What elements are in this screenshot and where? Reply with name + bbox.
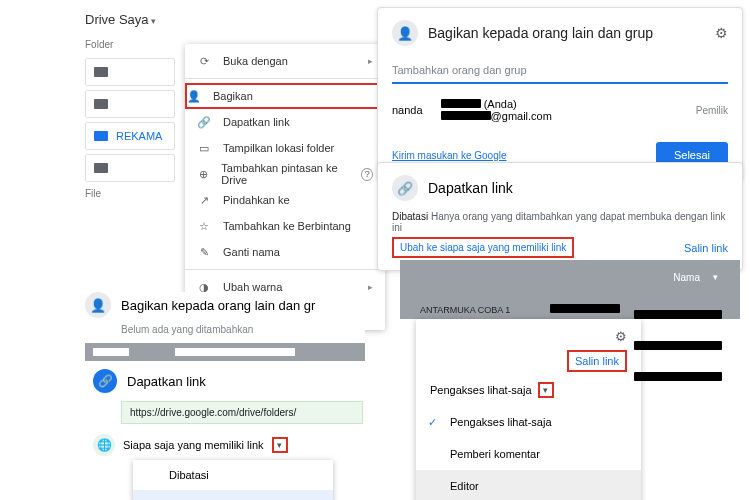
rename-icon: ✎ — [197, 245, 211, 259]
folder-location-icon: ▭ — [197, 141, 211, 155]
feedback-link[interactable]: Kirim masukan ke Google — [392, 150, 507, 161]
share-dialog-small: 👤 Bagikan kepada orang lain dan gr Belum… — [85, 292, 365, 500]
share-title: Bagikan kepada orang lain dan gr — [121, 298, 315, 313]
permission-commenter[interactable]: Pemberi komentar — [416, 438, 641, 470]
shortcut-icon: ⊕ — [197, 167, 209, 181]
ctx-show-location[interactable]: ▭Tampilkan lokasi folder — [185, 135, 385, 161]
folder-icon — [94, 163, 108, 173]
globe-icon: 🌐 — [93, 434, 115, 456]
share-title: Bagikan kepada orang lain dan grup — [428, 25, 705, 41]
ctx-label: Pindahkan ke — [223, 194, 290, 206]
folder-row-selected[interactable]: REKAMA — [85, 122, 175, 150]
separator — [185, 269, 385, 270]
get-link-header: 🔗 Dapatkan link — [392, 175, 728, 201]
context-menu: ⟳Buka dengan▸ 👤Bagikan 🔗Dapatkan link ▭T… — [185, 44, 385, 330]
share-dialog-header: 👤 Bagikan kepada orang lain dan grup ⚙ — [378, 8, 742, 58]
share-people-icon: 👤 — [392, 20, 418, 46]
redacted — [93, 348, 129, 356]
access-dropdown-menu: Dibatasi ✓Siapa saja yang memiliki link — [133, 460, 333, 500]
side-redactions — [634, 310, 722, 403]
link-icon: 🔗 — [392, 175, 418, 201]
permission-card: ⚙ Salin link Pengakses lihat-saja ▾ Peng… — [416, 319, 641, 500]
ctx-open-with[interactable]: ⟳Buka dengan▸ — [185, 48, 385, 74]
permission-panel: Nama ▾ ANTARMUKA COBA 1 ⚙ Salin link Pen… — [400, 260, 740, 500]
open-with-icon: ⟳ — [197, 54, 211, 68]
share-people-icon: 👤 — [85, 292, 111, 318]
redacted — [634, 310, 722, 319]
ctx-label: Tambahkan ke Berbintang — [223, 220, 351, 232]
ctx-label: Bagikan — [213, 90, 253, 102]
ctx-rename[interactable]: ✎Ganti nama — [185, 239, 385, 265]
link-icon: 🔗 — [93, 369, 117, 393]
share-url[interactable]: https://drive.google.com/drive/folders/ — [121, 401, 363, 424]
help-icon[interactable]: ? — [361, 168, 373, 181]
folder-icon — [94, 99, 108, 109]
redacted — [634, 341, 722, 350]
ctx-add-shortcut[interactable]: ⊕Tambahkan pintasan ke Drive? — [185, 161, 385, 187]
share-icon: 👤 — [187, 89, 201, 103]
access-option-restricted[interactable]: Dibatasi — [133, 460, 333, 490]
ctx-star[interactable]: ☆Tambahkan ke Berbintang — [185, 213, 385, 239]
change-access-link[interactable]: Ubah ke siapa saja yang memiliki link — [392, 237, 574, 258]
permission-viewer[interactable]: Pengakses lihat-saja — [416, 406, 641, 438]
redacted — [634, 372, 722, 381]
folder-icon — [94, 131, 108, 141]
gear-icon[interactable]: ⚙ — [615, 329, 627, 344]
redacted — [175, 348, 295, 356]
access-level-text: Siapa saja yang memiliki link — [123, 439, 264, 451]
folder-icon — [94, 67, 108, 77]
permission-top: ⚙ — [416, 319, 641, 350]
permission-label: Pengakses lihat-saja — [430, 384, 532, 396]
share-header: 👤 Bagikan kepada orang lain dan gr — [85, 292, 365, 318]
folder-name: REKAMA — [116, 130, 162, 142]
no-people-text: Belum ada yang ditambahkan — [121, 324, 365, 335]
folder-row[interactable] — [85, 90, 175, 118]
star-icon: ☆ — [197, 219, 211, 233]
gear-icon[interactable]: ⚙ — [715, 25, 728, 41]
access-option-anyone[interactable]: ✓Siapa saja yang memiliki link — [133, 490, 333, 500]
get-link-actions: Ubah ke siapa saja yang memiliki link Sa… — [392, 237, 728, 258]
ctx-label: Ganti nama — [223, 246, 280, 258]
permission-selector[interactable]: Pengakses lihat-saja ▾ — [416, 378, 641, 406]
option-label: Dibatasi — [169, 469, 209, 481]
ctx-share[interactable]: 👤Bagikan — [185, 83, 385, 109]
add-people-input[interactable]: Tambahkan orang dan grup — [392, 58, 728, 84]
ctx-label: Dapatkan link — [223, 116, 290, 128]
ctx-get-link[interactable]: 🔗Dapatkan link — [185, 109, 385, 135]
link-icon: 🔗 — [197, 115, 211, 129]
ctx-move[interactable]: ↗Pindahkan ke — [185, 187, 385, 213]
caret-down-icon: ▾ — [713, 272, 718, 282]
get-link-title: Dapatkan link — [127, 374, 206, 389]
you-label: (Anda) — [484, 98, 517, 110]
chevron-right-icon: ▸ — [368, 282, 373, 292]
separator — [185, 78, 385, 79]
drive-title[interactable]: Drive Saya — [85, 12, 375, 27]
folder-row[interactable] — [85, 58, 175, 86]
user-email: @gmail.com — [491, 110, 552, 122]
redacted — [441, 111, 491, 120]
gray-decoration — [85, 343, 365, 361]
get-link-header: 🔗 Dapatkan link — [93, 369, 365, 393]
permission-dropdown-icon[interactable]: ▾ — [538, 382, 554, 398]
ctx-label: Tampilkan lokasi folder — [223, 142, 334, 154]
get-link-card: 🔗 Dapatkan link Dibatasi Hanya orang yan… — [377, 162, 743, 271]
folder-row[interactable] — [85, 154, 175, 182]
get-link-title: Dapatkan link — [428, 180, 513, 196]
user-name: nanda — [392, 104, 423, 116]
access-dropdown-icon[interactable]: ▾ — [272, 437, 288, 453]
share-dialog: 👤 Bagikan kepada orang lain dan grup ⚙ T… — [377, 7, 743, 181]
chevron-right-icon: ▸ — [368, 56, 373, 66]
gray-header: Nama ▾ — [400, 260, 740, 300]
ctx-label: Tambahkan pintasan ke Drive — [221, 162, 349, 186]
access-level-row: 🌐 Siapa saja yang memiliki link ▾ — [93, 434, 365, 456]
share-user-row: nanda (Anda) @gmail.com Pemilik — [378, 94, 742, 132]
name-column-header: Nama — [673, 272, 700, 283]
move-icon: ↗ — [197, 193, 211, 207]
restricted-text: Dibatasi Hanya orang yang ditambahkan ya… — [392, 211, 728, 233]
owner-label: Pemilik — [696, 105, 728, 116]
redacted — [441, 99, 481, 108]
ctx-label: Buka dengan — [223, 55, 288, 67]
copy-link-button[interactable]: Salin link — [684, 242, 728, 254]
permission-editor[interactable]: Editor — [416, 470, 641, 500]
copy-link-button[interactable]: Salin link — [567, 350, 627, 372]
